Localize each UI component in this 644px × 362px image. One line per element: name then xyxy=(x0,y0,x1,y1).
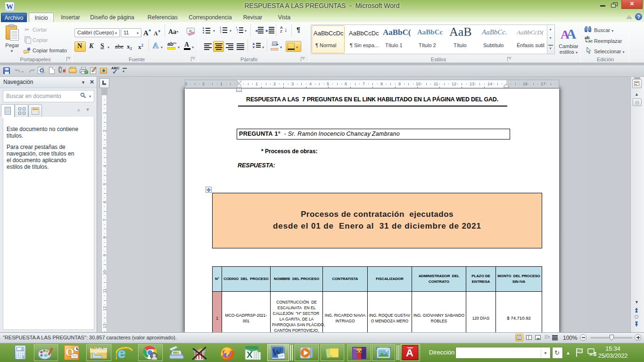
svg-text:X: X xyxy=(247,350,253,360)
